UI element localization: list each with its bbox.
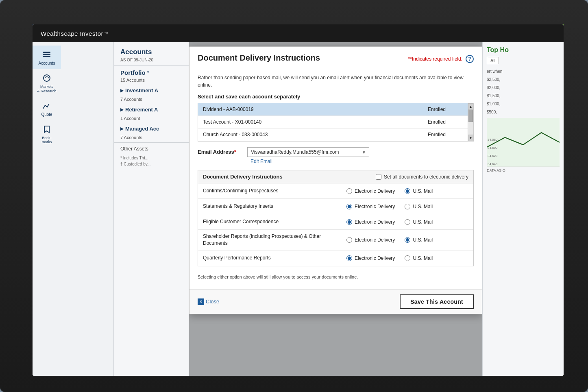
delivery-label-2: Eligible Customer Correspondence: [203, 218, 346, 225]
mail-radio-0[interactable]: [405, 188, 410, 194]
mail-label-3: U.S. Mail: [413, 237, 433, 243]
delivery-options-0: Electronic Delivery U.S. Mail: [346, 188, 468, 194]
modal: Document Delivery Instructions **Indicat…: [189, 46, 482, 314]
sidebar-item-accounts[interactable]: Accounts: [33, 46, 61, 69]
scrollbar-up[interactable]: ▲: [468, 103, 473, 110]
electronic-option-2[interactable]: Electronic Delivery: [346, 219, 395, 225]
electronic-label-3: Electronic Delivery: [355, 237, 395, 243]
close-icon: ✕: [198, 298, 204, 305]
electronic-radio-4[interactable]: [346, 255, 352, 261]
modal-header-right: **Indicates required field. ?: [408, 55, 474, 63]
sidebar-item-markets[interactable]: Markets& Research: [33, 69, 61, 97]
electronic-radio-2[interactable]: [346, 219, 352, 225]
chart-label-0: 34,640: [488, 162, 497, 166]
account-row-1[interactable]: Test Account - X01-000140 Enrolled: [198, 116, 473, 128]
retirement-count: 1 Account: [114, 115, 189, 122]
scrollbar-thumb: [468, 110, 473, 122]
electronic-option-4[interactable]: Electronic Delivery: [346, 255, 395, 261]
mail-option-3[interactable]: U.S. Mail: [405, 237, 433, 243]
close-label: Close: [206, 298, 219, 305]
quote-icon: [41, 100, 52, 111]
portfolio-row: Portfolio *: [114, 66, 189, 77]
account-status-1: Enrolled: [428, 119, 468, 125]
help-icon[interactable]: ?: [466, 55, 474, 63]
delivery-label-3: Shareholder Reports (including Prospectu…: [203, 233, 346, 247]
value-4: $500,: [487, 108, 560, 116]
custodied-text: † Custodied by...: [120, 161, 182, 167]
email-select[interactable]: ViswanadhaReddy.Mundla555@fmr.com: [247, 147, 369, 157]
alert-label: ert when: [487, 68, 560, 76]
modal-footer: ✕ Close Save This Account: [189, 289, 482, 314]
investment-label: Investment A: [125, 87, 158, 94]
mail-label-0: U.S. Mail: [413, 188, 433, 194]
mail-radio-2[interactable]: [405, 219, 410, 225]
delivery-label-0: Confirms/Confirming Prospectuses: [203, 187, 346, 194]
retirement-title[interactable]: ▶ Retirement A: [120, 107, 182, 113]
edit-email-link[interactable]: Edit Email: [250, 159, 369, 164]
sidebar-item-quote[interactable]: Quote: [33, 97, 61, 120]
sidebar-quote-label: Quote: [41, 112, 52, 117]
electronic-option-0[interactable]: Electronic Delivery: [346, 188, 395, 194]
scrollbar-track: [468, 110, 473, 135]
main-content: Accounts Markets& Research Quote: [33, 42, 564, 376]
electronic-label-4: Electronic Delivery: [355, 255, 395, 261]
mail-radio-1[interactable]: [405, 204, 410, 209]
account-name-2: Church Account - 033-000043: [203, 132, 428, 137]
account-name-0: Dividend - AAB-000019: [203, 107, 428, 112]
delivery-label-1: Statements & Regulatory Inserts: [203, 203, 346, 210]
chart-label-2: 34,600: [488, 146, 497, 150]
value-1: $2,000,: [487, 84, 560, 92]
delivery-row-1: Statements & Regulatory Inserts Electron…: [198, 199, 473, 214]
list-scrollbar[interactable]: ▲ ▼: [468, 103, 473, 141]
investment-title[interactable]: ▶ Investment A: [120, 87, 182, 94]
delivery-row-4: Quarterly Performance Reports Electronic…: [198, 250, 473, 266]
scrollbar-down[interactable]: ▼: [468, 135, 473, 141]
right-panel-filter[interactable]: All: [487, 57, 499, 64]
left-nav: Accounts AS OF 09-JUN-20 Portfolio * 15 …: [114, 42, 189, 376]
mail-option-1[interactable]: U.S. Mail: [405, 204, 433, 209]
svg-point-3: [44, 75, 50, 81]
modal-overlay: Document Delivery Instructions **Indicat…: [189, 42, 482, 376]
account-row-0[interactable]: Dividend - AAB-000019 Enrolled: [198, 103, 473, 116]
sidebar-markets-label: Markets& Research: [37, 85, 56, 94]
set-all-label: Set all documents to electronic delivery: [384, 174, 468, 180]
set-all-checkbox[interactable]: [376, 174, 381, 180]
value-3: $1,000,: [487, 100, 560, 108]
electronic-label-1: Electronic Delivery: [355, 204, 395, 209]
mail-option-2[interactable]: U.S. Mail: [405, 219, 433, 225]
electronic-radio-0[interactable]: [346, 188, 352, 194]
delivery-row-2: Eligible Customer Correspondence Electro…: [198, 214, 473, 230]
modal-title: Document Delivery Instructions: [198, 53, 320, 63]
electronic-option-3[interactable]: Electronic Delivery: [346, 237, 395, 243]
mail-radio-3[interactable]: [405, 237, 410, 243]
mail-label-2: U.S. Mail: [413, 219, 433, 225]
delivery-row-0: Confirms/Confirming Prospectuses Electro…: [198, 183, 473, 199]
delivery-options-2: Electronic Delivery U.S. Mail: [346, 219, 468, 225]
delivery-options-3: Electronic Delivery U.S. Mail: [346, 237, 468, 243]
save-button[interactable]: Save This Account: [400, 294, 474, 309]
managed-count: 7 Accounts: [114, 134, 189, 141]
mail-option-4[interactable]: U.S. Mail: [405, 255, 433, 261]
electronic-radio-1[interactable]: [346, 204, 352, 209]
chart-label-1: 34,620: [488, 154, 497, 158]
modal-header: Document Delivery Instructions **Indicat…: [189, 47, 482, 68]
required-text: **Indicates required field.: [408, 56, 462, 62]
email-select-wrapper: ViswanadhaReddy.Mundla555@fmr.com: [247, 147, 369, 157]
electronic-label-2: Electronic Delivery: [355, 219, 395, 225]
mail-radio-4[interactable]: [405, 255, 410, 261]
chart-area: 34,640 34,620 34,600 34,580: [487, 118, 560, 167]
select-label: Select and save each account separately: [198, 94, 474, 100]
sidebar: Accounts Markets& Research Quote: [33, 42, 114, 376]
mail-option-0[interactable]: U.S. Mail: [405, 188, 433, 194]
sidebar-item-bookmarks[interactable]: Book-marks: [33, 120, 61, 148]
close-button[interactable]: ✕ Close: [198, 298, 219, 305]
includes-text: * Includes Thi...: [120, 155, 182, 161]
electronic-option-1[interactable]: Electronic Delivery: [346, 204, 395, 209]
electronic-radio-3[interactable]: [346, 237, 352, 243]
delivery-section: Document Delivery Instructions Set all d…: [198, 170, 474, 266]
account-row-2[interactable]: Church Account - 033-000043 Enrolled: [198, 128, 473, 141]
account-status-2: Enrolled: [428, 132, 468, 137]
email-control: ViswanadhaReddy.Mundla555@fmr.com Edit E…: [247, 147, 369, 164]
managed-title[interactable]: ▶ Managed Acc: [120, 126, 182, 132]
left-nav-as-of: AS OF 09-JUN-20: [114, 58, 189, 66]
